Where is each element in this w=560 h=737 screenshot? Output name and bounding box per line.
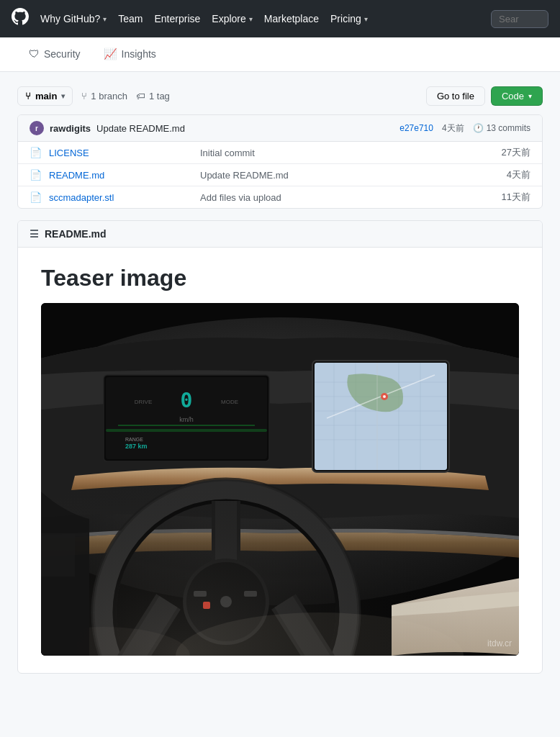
list-icon: ☰ xyxy=(30,228,39,240)
file-time: 27天前 xyxy=(502,146,530,159)
chevron-down-icon: ▾ xyxy=(249,15,253,23)
branch-stat-icon: ⑂ xyxy=(81,91,87,101)
file-name-link[interactable]: LICENSE xyxy=(49,148,193,158)
readme-section: ☰ README.md Teaser image xyxy=(17,220,543,674)
file-icon: 📄 xyxy=(30,147,42,158)
file-time: 11天前 xyxy=(502,191,530,204)
nav-pricing[interactable]: Pricing ▾ xyxy=(330,10,368,27)
file-commit-msg: Add files via upload xyxy=(200,192,494,203)
avatar: r xyxy=(30,121,44,135)
subnav-insights[interactable]: 📈 Insights xyxy=(92,39,168,71)
subnav: 🛡 Security 📈 Insights xyxy=(0,37,560,72)
readme-title: Teaser image xyxy=(41,265,519,291)
nav-marketplace[interactable]: Marketplace xyxy=(264,10,319,27)
table-row: 📄 README.md Update README.md 4天前 xyxy=(18,164,542,186)
nav-team[interactable]: Team xyxy=(118,10,143,27)
chevron-down-icon: ▾ xyxy=(528,92,532,100)
github-logo[interactable] xyxy=(12,8,29,30)
clock-icon: 🕐 xyxy=(473,123,484,133)
file-name-link[interactable]: sccmadapter.stl xyxy=(49,192,193,203)
file-commit-msg: Initial commit xyxy=(200,148,494,158)
nav-enterprise[interactable]: Enterprise xyxy=(154,10,200,27)
watermark: itdw.cr xyxy=(487,638,512,648)
svg-rect-48 xyxy=(41,303,519,656)
goto-file-button[interactable]: Go to file xyxy=(426,86,485,106)
tag-count-link[interactable]: 🏷 1 tag xyxy=(136,91,170,101)
readme-body: Teaser image xyxy=(18,248,542,673)
subnav-security[interactable]: 🛡 Security xyxy=(17,39,92,70)
shield-icon: 🛡 xyxy=(29,48,40,60)
file-icon: 📄 xyxy=(30,191,42,203)
navbar: Why GitHub? ▾ Team Enterprise Explore ▾ … xyxy=(0,0,560,37)
insights-icon: 📈 xyxy=(104,48,117,60)
branch-right: Go to file Code ▾ xyxy=(426,86,543,106)
file-time: 4天前 xyxy=(507,168,530,181)
code-button[interactable]: Code ▾ xyxy=(491,86,543,106)
nav-explore[interactable]: Explore ▾ xyxy=(212,10,252,27)
tag-icon: 🏷 xyxy=(136,91,145,101)
commit-info-right: e27e710 4天前 🕐 13 commits xyxy=(399,122,530,135)
chevron-down-icon: ▾ xyxy=(61,92,65,100)
readme-header: ☰ README.md xyxy=(18,221,542,248)
file-icon: 📄 xyxy=(30,169,42,181)
main-content: ⑂ main ▾ ⑂ 1 branch 🏷 1 tag Go to file C… xyxy=(0,86,560,674)
file-name-link[interactable]: README.md xyxy=(49,170,193,181)
file-commit-msg: Update README.md xyxy=(200,170,500,181)
branch-icon: ⑂ xyxy=(25,91,31,101)
branch-bar: ⑂ main ▾ ⑂ 1 branch 🏷 1 tag Go to file C… xyxy=(17,86,543,106)
chevron-down-icon: ▾ xyxy=(103,15,107,23)
commits-link[interactable]: 🕐 13 commits xyxy=(473,123,530,133)
commit-info-left: r rawdigits Update README.md xyxy=(30,121,185,135)
branch-count-link[interactable]: ⑂ 1 branch xyxy=(81,91,127,101)
branch-left: ⑂ main ▾ ⑂ 1 branch 🏷 1 tag xyxy=(17,86,170,106)
chevron-down-icon: ▾ xyxy=(364,15,368,23)
table-row: 📄 sccmadapter.stl Add files via upload 1… xyxy=(18,186,542,208)
nav-why-github[interactable]: Why GitHub? ▾ xyxy=(40,10,107,27)
table-row: 📄 LICENSE Initial commit 27天前 xyxy=(18,142,542,164)
car-dashboard-image: 0 km/h DRIVE MODE RANGE 287 km xyxy=(41,303,519,656)
readme-image: 0 km/h DRIVE MODE RANGE 287 km xyxy=(41,303,519,656)
branch-selector[interactable]: ⑂ main ▾ xyxy=(17,86,73,106)
file-table: r rawdigits Update README.md e27e710 4天前… xyxy=(17,114,543,209)
search-input[interactable] xyxy=(491,10,548,28)
commit-header: r rawdigits Update README.md e27e710 4天前… xyxy=(18,115,542,142)
